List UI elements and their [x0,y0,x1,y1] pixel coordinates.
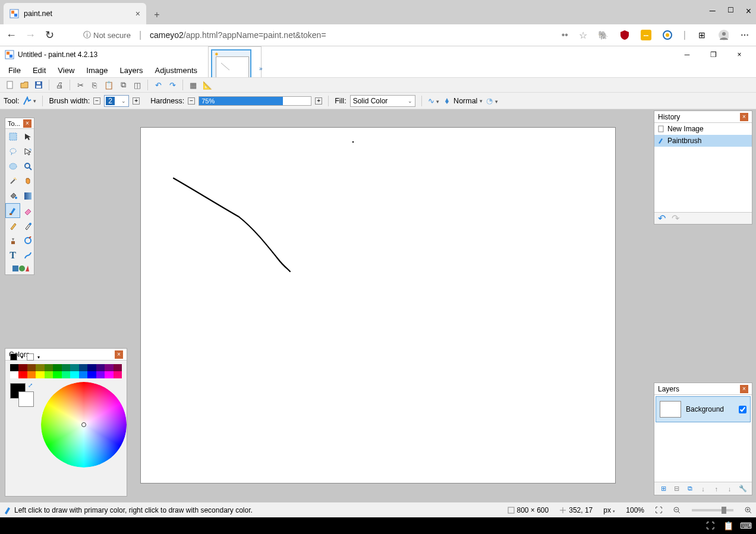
palette-cell[interactable] [53,364,61,371]
palette-cell[interactable] [105,371,113,378]
palette-cell[interactable] [18,371,27,378]
palette-cell[interactable] [70,364,78,371]
hardness-increase-button[interactable]: + [315,97,322,105]
menu-view[interactable]: View [52,64,80,77]
tool-bucket[interactable] [5,188,20,203]
color-palette[interactable] [10,364,122,378]
palette-cell[interactable] [87,364,96,371]
open-file-icon[interactable] [18,78,31,91]
nav-reload-icon[interactable]: ↻ [44,29,55,42]
status-unit-select[interactable]: px ▾ [603,506,615,514]
url-display[interactable]: cameyo2/app.html?appName=paint.net&token… [150,30,326,40]
extension-evernote-icon[interactable]: 🐘 [598,30,609,40]
palette-cell[interactable] [36,364,44,371]
tool-recolor[interactable] [20,233,35,248]
menu-file[interactable]: File [2,64,27,77]
palette-cell[interactable] [18,364,27,371]
palette-cell[interactable] [45,371,53,378]
overwrite-toggle[interactable]: ◔ ▾ [486,96,497,105]
menu-layers[interactable]: Layers [114,64,149,77]
palette-cell[interactable] [96,371,105,378]
tool-pan[interactable] [20,173,35,188]
white-swatch[interactable] [27,353,34,361]
history-item[interactable]: New Image [654,123,752,135]
hardness-decrease-button[interactable]: − [188,97,195,105]
palette-cell[interactable] [114,371,122,378]
ruler-icon[interactable]: 📐 [201,78,214,91]
palette-cell[interactable] [45,364,53,371]
palette-cell[interactable] [27,371,36,378]
antialias-toggle[interactable]: ∿ ▾ [428,96,439,105]
tool-rect-select[interactable] [5,129,20,144]
browser-menu-icon[interactable]: ⋯ [739,30,750,40]
brush-decrease-button[interactable]: − [93,97,100,105]
tool-zoom[interactable] [20,159,35,173]
grid-icon[interactable]: ▦ [187,78,200,91]
palette-cell[interactable] [70,371,78,378]
tab-close-icon[interactable]: × [136,9,140,18]
palette-cell[interactable] [10,371,18,378]
tool-shapes[interactable] [5,263,35,274]
fullscreen-icon[interactable]: ⛶ [705,520,716,531]
palette-cell[interactable] [27,364,36,371]
paste-icon[interactable]: 📋 [102,78,115,91]
layers-panel-close-icon[interactable]: × [740,385,748,393]
tool-gradient[interactable] [20,188,35,203]
palette-cell[interactable] [96,364,105,371]
cut-icon[interactable]: ✂ [74,78,87,91]
extension-icon-4[interactable] [662,30,673,40]
thumbnails-overflow-icon[interactable]: » [259,65,263,72]
clipboard-icon[interactable]: 📋 [723,520,733,531]
tool-move-pixels[interactable] [20,144,35,159]
tool-text[interactable]: T [5,248,20,263]
tool-line[interactable] [20,248,35,263]
layer-props-icon[interactable]: 🔧 [738,484,748,494]
app-close-icon[interactable]: × [727,47,751,62]
tool-eraser[interactable] [20,203,35,218]
tool-paintbrush[interactable] [5,203,20,218]
tool-lasso[interactable] [5,144,20,159]
palette-cell[interactable] [105,364,113,371]
star-icon[interactable]: ☆ [579,30,587,41]
crop-icon[interactable]: ⧉ [116,78,130,91]
copy-icon[interactable]: ⎘ [88,78,101,91]
history-undo-icon[interactable]: ↶ [658,213,666,224]
palette-cell[interactable] [10,364,18,371]
history-item[interactable]: Paintbrush [654,135,752,147]
app-minimize-icon[interactable]: ─ [675,47,699,62]
menu-edit[interactable]: Edit [27,64,52,77]
fill-select[interactable]: Solid Color⌄ [350,95,415,107]
tool-ellipse-select[interactable] [5,159,20,173]
new-tab-button[interactable]: + [149,3,165,27]
zoom-slider[interactable] [692,509,733,511]
menu-image[interactable]: Image [80,64,114,77]
security-indicator[interactable]: ⓘ Not secure [83,30,131,40]
secondary-color-swatch[interactable] [18,391,34,407]
layer-duplicate-icon[interactable]: ⧉ [685,484,695,494]
black-swatch[interactable] [10,353,17,361]
tool-colorpicker[interactable] [20,218,35,233]
palette-cell[interactable] [62,364,70,371]
status-zoom[interactable]: 100% [626,506,644,514]
history-panel-close-icon[interactable]: × [740,113,748,121]
tool-clone[interactable] [5,233,20,248]
menu-adjustments[interactable]: Adjustments [149,64,203,77]
tool-pencil[interactable] [5,218,20,233]
brush-width-input[interactable]: 2⌄ [104,95,129,107]
browser-tab[interactable]: paint.net × [4,3,146,24]
palette-cell[interactable] [36,371,44,378]
palette-cell[interactable] [114,364,122,371]
print-icon[interactable]: 🖨 [53,78,66,91]
palette-cell[interactable] [79,371,87,378]
palette-cell[interactable] [79,364,87,371]
hardness-slider[interactable]: 75% [199,96,311,106]
blend-mode-select[interactable]: Normal ▾ [443,97,483,105]
window-maximize-icon[interactable]: ☐ [727,6,734,17]
extension-icon-3[interactable]: ••• [641,30,651,40]
canvas[interactable] [140,127,616,484]
deselect-icon[interactable]: ◫ [131,78,144,91]
nav-back-icon[interactable]: ← [6,29,17,42]
layer-visibility-checkbox[interactable] [739,406,746,413]
window-minimize-icon[interactable]: ─ [710,6,716,17]
tool-move-selection[interactable] [20,129,35,144]
